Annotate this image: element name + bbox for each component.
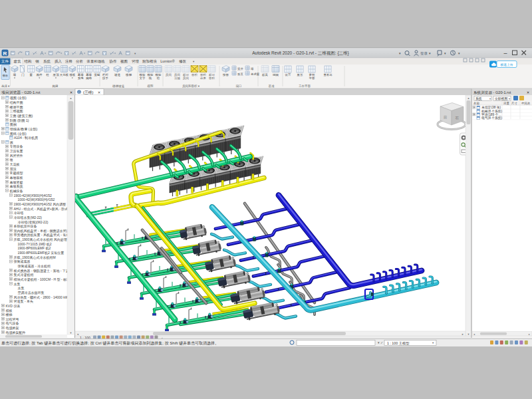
svg-text:KVD 仪表: KVD 仪表 (6, 304, 21, 308)
svg-text:天花板: 天花板 (60, 73, 69, 76)
svg-text:▾: ▾ (509, 97, 510, 100)
svg-text:附加模块: 附加模块 (142, 59, 157, 64)
svg-text:水泵: 水泵 (14, 282, 21, 286)
svg-text:竖井: 竖井 (237, 67, 243, 70)
svg-text:▼: ▼ (467, 332, 470, 336)
svg-text:设置: 设置 (285, 73, 291, 76)
svg-text:尺寸: 尺寸 (511, 102, 518, 105)
svg-text:洞口: 洞口 (236, 84, 242, 88)
svg-text:老虎窗: 老虎窗 (251, 72, 260, 76)
svg-text:竖梃: 竖梃 (94, 73, 100, 76)
svg-text:水泵: 水泵 (18, 286, 25, 290)
svg-text:查看器: 查看器 (323, 73, 332, 76)
svg-text:▸: ▸ (529, 332, 530, 336)
svg-text:面积: 面积 (209, 76, 215, 80)
svg-text:网格: 网格 (86, 76, 92, 80)
svg-text:1900-8P600LEMF机2 安装位置: 1900-8P600LEMF机2 安装位置 (18, 251, 65, 255)
svg-text:单击可进行选择; 按 Tab 键并单击可进行切换选择; 按: 单击可进行选择; 按 Tab 键并单击可进行切换选择; 按 Ctrl 键并单击可… (1, 340, 219, 346)
svg-text:登录: 登录 (420, 51, 428, 56)
svg-text:插入: 插入 (55, 59, 62, 64)
svg-text:Autodesk Revit 2020 - G20-1.rv: Autodesk Revit 2020 - G20-1.rvt - 三维视图: … (252, 51, 349, 56)
svg-text:模型: 模型 (147, 73, 154, 76)
svg-text:结构: 结构 (25, 59, 32, 64)
svg-text:–: – (503, 50, 507, 57)
svg-text:1 : 100 主模型: 1 : 100 主模型 (387, 341, 410, 346)
svg-text:{三维}: {三维} (83, 90, 94, 94)
svg-text:墙: 墙 (250, 67, 254, 70)
svg-text:柱: 柱 (45, 73, 49, 76)
svg-text:坡道: 坡道 (114, 73, 120, 76)
svg-text:✕: ✕ (70, 90, 73, 94)
svg-text:系统浏览器 - G20-1.rvt: 系统浏览器 - G20-1.rvt (473, 90, 511, 95)
svg-text:房间和面积 ▾: 房间和面积 ▾ (182, 84, 200, 88)
svg-text:钢: 钢 (35, 59, 39, 63)
svg-text:项目浏览器 - G20-1.rvt: 项目浏览器 - G20-1.rvt (1, 90, 41, 95)
svg-text:A104 - 制冷机房: A104 - 制冷机房 (14, 136, 38, 140)
svg-text:楼梯: 楼梯 (5, 313, 13, 317)
svg-text:窗: 窗 (30, 73, 33, 76)
svg-text:文字: 文字 (140, 76, 146, 80)
svg-text:幕墙: 幕墙 (86, 73, 92, 76)
svg-text:模板: 模板 (6, 309, 13, 313)
svg-text:1000-7Y1015.1MD 机2: 1000-7Y1015.1MD 机2 (18, 242, 52, 246)
svg-text:体量和场地: 体量和场地 (86, 59, 106, 64)
svg-text:▲: ▲ (70, 96, 72, 100)
svg-text:文件: 文件 (1, 59, 9, 63)
svg-text:模型: 模型 (147, 84, 154, 88)
svg-text:屋顶: 屋顶 (53, 73, 59, 76)
svg-text:◂: ◂ (473, 332, 475, 336)
svg-text:屋顶: 屋顶 (10, 167, 17, 171)
svg-text:流量: 流量 (503, 102, 510, 105)
svg-text:前: 前 (444, 115, 448, 119)
svg-text:✕: ✕ (98, 90, 101, 94)
svg-text:注释: 注释 (65, 59, 72, 63)
svg-text:视图: 视图 (120, 59, 128, 64)
svg-text:▾: ▾ (489, 97, 491, 100)
svg-text:族: 族 (9, 140, 13, 144)
svg-text:极速上传: 极速上传 (499, 63, 513, 66)
svg-text:R: R (3, 51, 7, 57)
svg-text:墙: 墙 (9, 158, 13, 162)
svg-text:幕墙嵌板: 幕墙嵌板 (10, 176, 23, 180)
svg-text:工作平面: 工作平面 (299, 84, 311, 88)
svg-text:模型: 模型 (155, 73, 162, 76)
svg-text:模型: 模型 (139, 73, 146, 76)
svg-text:管理: 管理 (132, 59, 139, 64)
svg-text:组: 组 (157, 76, 160, 80)
svg-text:右: 右 (456, 116, 460, 120)
svg-text:1900-8P600LEMF 机2: 1900-8P600LEMF 机2 (18, 246, 51, 250)
svg-text:开双_1900离心式冷水机组M: 开双_1900离心式冷水机组M (14, 255, 56, 259)
svg-text:面积: 面积 (200, 73, 206, 76)
svg-text:1900-42(W)X900(H)4G52: 1900-42(W)X900(H)4G52 (14, 194, 52, 198)
svg-text:面积: 面积 (192, 73, 198, 76)
svg-text:▼: ▼ (70, 331, 72, 334)
svg-text:楼梯: 楼梯 (126, 73, 132, 76)
svg-text:边界: 边界 (200, 76, 206, 80)
svg-text:按面: 按面 (222, 73, 229, 76)
svg-text:修改: 修改 (3, 74, 9, 77)
svg-text:系统: 系统 (43, 59, 51, 64)
svg-text:平面: 平面 (309, 76, 315, 80)
svg-text:✕: ✕ (527, 90, 530, 94)
svg-text:栏杆: 栏杆 (102, 73, 108, 76)
svg-text:多联机室外设备: 多联机室外设备 (14, 224, 37, 228)
svg-text:幕墙: 幕墙 (78, 73, 84, 76)
svg-text:轴网: 轴网 (273, 73, 279, 76)
svg-text:名称: 名称 (473, 102, 480, 105)
svg-text:▲: ▲ (467, 96, 470, 100)
svg-text:全部视图: 全部视图 (495, 96, 507, 101)
svg-text:楼梯坡道: 楼梯坡道 (112, 84, 125, 88)
svg-text:▾ ✓: ▾ ✓ (378, 340, 383, 344)
svg-text:分析: 分析 (76, 59, 83, 63)
svg-text:选择 ▾: 选择 ▾ (1, 84, 10, 88)
svg-text:基准: 基准 (269, 84, 275, 88)
svg-text:协作: 协作 (109, 59, 117, 64)
svg-text:电气设备: 电气设备 (6, 321, 19, 325)
svg-text:系统: 系统 (475, 96, 482, 101)
svg-text:楼板: 楼板 (69, 73, 75, 76)
svg-text:1000-42(W)X900(H)/G52: 1000-42(W)X900(H)/G52 (18, 198, 55, 201)
svg-text:修改: 修改 (179, 59, 186, 63)
svg-text:风冷热泵 - 螺杆式 - 2800 - 14000 kW: 风冷热泵 - 螺杆式 - 2800 - 14000 kW (14, 295, 68, 299)
svg-text:Lumion®: Lumion® (160, 59, 175, 63)
svg-text:墙: 墙 (13, 73, 17, 76)
